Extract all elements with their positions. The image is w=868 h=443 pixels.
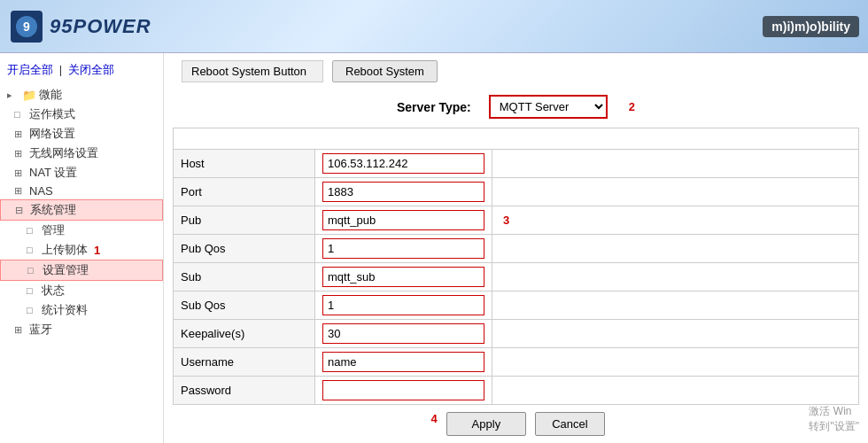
annotation-2: 2	[629, 100, 635, 113]
sidebar-item-yunzuomoshi[interactable]: □ 运作模式	[0, 105, 163, 124]
server-type-row: Server Type: MQTT Server HTTP Server Non…	[173, 95, 859, 119]
close-all-link[interactable]: 关闭全部	[68, 63, 114, 76]
sidebar-item-guanli[interactable]: □ 管理	[0, 221, 163, 240]
page-icon: □	[14, 109, 27, 120]
sidebar-item-lanya[interactable]: ⊞ 蓝牙	[0, 320, 163, 339]
field-cell-pubqos[interactable]	[315, 235, 492, 263]
sidebar-label-nas: NAS	[29, 184, 53, 198]
sidebar-label-zhuangtai: 状态	[42, 283, 65, 299]
field-extra-password	[492, 377, 859, 405]
field-label-port: Port	[174, 178, 315, 206]
sidebar-item-shangchuanti[interactable]: □ 上传韧体 1	[0, 240, 163, 260]
field-cell-host[interactable]	[315, 150, 492, 178]
sidebar-label-shangchuanti: 上传韧体	[42, 242, 88, 258]
sub-input[interactable]	[322, 267, 484, 287]
annotation-3: 3	[503, 214, 509, 227]
plus-icon3: ⊞	[14, 167, 27, 179]
field-extra-pub: 3	[492, 206, 859, 235]
pub-input[interactable]	[322, 210, 484, 230]
sidebar-top-links: 开启全部 | 关闭全部	[0, 58, 163, 85]
password-input[interactable]	[322, 380, 484, 400]
field-label-pub: Pub	[174, 206, 315, 235]
table-row: Pub 3	[174, 206, 859, 235]
page-icon2: □	[27, 225, 39, 236]
field-cell-pub[interactable]	[315, 206, 492, 235]
table-row: Sub Qos	[174, 291, 859, 320]
table-row: Port	[174, 178, 859, 206]
cancel-button[interactable]: Cancel	[535, 412, 604, 436]
keepalive-input[interactable]	[322, 323, 484, 344]
sidebar-item-tongjiziliao[interactable]: □ 统计资料	[0, 300, 163, 320]
mqtt-table-header: MQTT Server Init	[174, 128, 859, 150]
sidebar: 开启全部 | 关闭全部 ▸ 📁 微能 □ 运作模式 ⊞ 网络设置 ⊞ 无线网络设…	[0, 53, 164, 443]
main-layout: 开启全部 | 关闭全部 ▸ 📁 微能 □ 运作模式 ⊞ 网络设置 ⊞ 无线网络设…	[0, 53, 868, 443]
open-all-link[interactable]: 开启全部	[7, 63, 53, 76]
table-row: Pub Qos	[174, 235, 859, 263]
content-area: Reboot System Button Reboot System Serve…	[164, 53, 868, 443]
field-label-username: Username	[174, 348, 315, 377]
folder-icon: 📁	[22, 89, 36, 102]
sidebar-label-lanya: 蓝牙	[29, 322, 52, 338]
field-cell-username[interactable]	[315, 348, 492, 377]
mqtt-header-cell: MQTT Server Init	[174, 128, 859, 150]
logo-text: 95POWER	[50, 15, 151, 38]
field-label-password: Password	[174, 377, 315, 405]
sidebar-label-yunzuomoshi: 运作模式	[29, 106, 75, 122]
mqtt-table: MQTT Server Init Host Port	[173, 128, 859, 405]
sidebar-label-wuxianwangluoshezhi: 无线网络设置	[29, 145, 98, 161]
table-row: Host	[174, 150, 859, 178]
sidebar-item-zhuangtai[interactable]: □ 状态	[0, 281, 163, 300]
table-row: Username	[174, 348, 859, 377]
field-extra-sub	[492, 263, 859, 291]
mqtt-section: MQTT Server Init Host Port	[173, 128, 859, 405]
sidebar-item-weineng[interactable]: ▸ 📁 微能	[0, 85, 163, 105]
buttons-row: 4 Apply Cancel	[173, 412, 859, 436]
page-icon4: □	[27, 265, 40, 276]
sidebar-label-nat: NAT 设置	[29, 165, 77, 181]
field-extra-pubqos	[492, 235, 859, 263]
sidebar-item-shezhiguanli[interactable]: □ 设置管理	[0, 260, 163, 281]
page-icon3: □	[27, 245, 39, 255]
field-cell-keepalive[interactable]	[315, 320, 492, 348]
pubqos-input[interactable]	[322, 238, 484, 259]
server-type-select[interactable]: MQTT Server HTTP Server None	[491, 97, 606, 117]
field-extra-keepalive	[492, 320, 859, 348]
field-cell-port[interactable]	[315, 178, 492, 206]
header: 9 95POWER m)i)m)o)bility	[0, 0, 868, 53]
logo-icon: 9	[9, 9, 44, 44]
sidebar-item-nas[interactable]: ⊞ NAS	[0, 183, 163, 199]
sidebar-label-weineng: 微能	[39, 87, 62, 103]
subqos-input[interactable]	[322, 295, 484, 315]
expand-icon: ▸	[7, 89, 19, 101]
table-row: Password	[174, 377, 859, 405]
field-cell-sub[interactable]	[315, 263, 492, 291]
field-extra-host	[492, 150, 859, 178]
host-input[interactable]	[322, 153, 484, 174]
field-extra-username	[492, 348, 859, 377]
reboot-button[interactable]: Reboot System	[332, 60, 438, 82]
field-cell-subqos[interactable]	[315, 291, 492, 320]
plus-icon4: ⊞	[14, 185, 27, 197]
server-type-select-wrapper[interactable]: MQTT Server HTTP Server None	[489, 95, 608, 119]
field-extra-port	[492, 178, 859, 206]
reboot-row: Reboot System Button Reboot System	[173, 60, 859, 82]
annotation-4: 4	[430, 412, 437, 436]
separator: |	[59, 63, 62, 76]
username-input[interactable]	[322, 352, 484, 372]
apply-button[interactable]: Apply	[446, 412, 527, 436]
table-row: Keepalive(s)	[174, 320, 859, 348]
sidebar-item-nat[interactable]: ⊞ NAT 设置	[0, 163, 163, 183]
server-type-label: Server Type:	[397, 100, 471, 114]
field-label-subqos: Sub Qos	[174, 291, 315, 320]
plus-icon2: ⊞	[14, 148, 27, 159]
plus-icon: ⊞	[14, 128, 27, 140]
sidebar-item-wangluoshezhi[interactable]: ⊞ 网络设置	[0, 124, 163, 144]
field-label-host: Host	[174, 150, 315, 178]
port-input[interactable]	[322, 182, 484, 202]
field-cell-password[interactable]	[315, 377, 492, 405]
sidebar-item-wuxianwangluoshezhi[interactable]: ⊞ 无线网络设置	[0, 144, 163, 163]
sidebar-item-xitongguanli[interactable]: ⊟ 系统管理	[0, 199, 163, 221]
table-row: Sub	[174, 263, 859, 291]
sidebar-label-guanli: 管理	[42, 222, 65, 238]
watermark: 激活 Win转到"设置"	[809, 404, 859, 434]
